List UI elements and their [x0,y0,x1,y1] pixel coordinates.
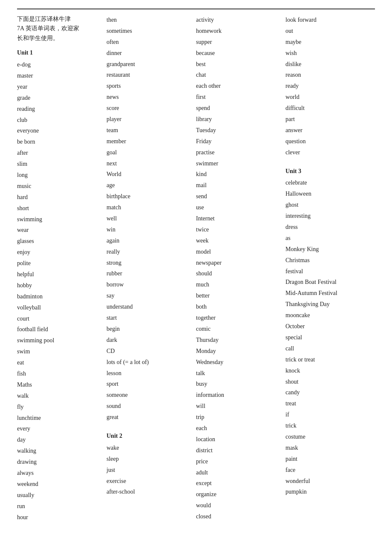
list-item: drawing [17,457,102,468]
list-item: grandparent [107,59,192,70]
list-item: dinner [107,48,192,59]
list-item: news [107,92,192,103]
list-item: lots of (= a lot of) [107,357,192,368]
list-item: candy [285,387,371,398]
list-item: hobby [17,280,102,291]
list-item: sleep [107,454,192,465]
col4-words-after: celebrateHalloweenghostinterestingdressa… [285,177,371,497]
list-item: Wednesday [196,357,281,368]
list-item: part [285,114,371,125]
list-item: well [107,213,192,224]
list-item: borrow [107,279,192,290]
list-item: together [196,312,281,324]
list-item: Monday [196,346,281,357]
list-item: Monkey King [285,244,371,255]
list-item: adult [196,467,281,478]
list-item: walking [17,445,102,457]
list-item: CD [107,346,192,357]
list-item: price [196,456,281,467]
list-item: player [107,114,192,125]
list-item: should [196,268,281,279]
unit3-header: Unit 3 [285,166,371,177]
list-item: reading [17,104,102,115]
list-item: exercise [107,476,192,487]
list-item: really [107,246,192,257]
list-item: model [196,246,281,257]
list-item: be born [17,136,102,147]
list-item: newspaper [196,257,281,269]
list-item: ghost [285,199,371,211]
list-item: score [107,103,192,114]
list-item: rubber [107,268,192,279]
list-item: master [17,70,102,81]
list-item: ready [285,81,371,92]
list-item: then [107,14,192,26]
list-item: Halloween [285,188,371,199]
list-item: match [107,202,192,213]
list-item: Thursday [196,335,281,346]
list-item: understand [107,301,192,312]
list-item: question [285,136,371,147]
column-3: activityhomeworksupperbecausebestchateac… [196,14,285,523]
list-item: face [285,465,371,476]
list-item: sound [107,401,192,412]
list-item: comic [196,324,281,335]
list-item: slim [17,159,102,170]
list-item: celebrate [285,177,371,188]
list-item: district [196,445,281,456]
list-item: homework [196,26,281,37]
list-item: out [285,26,371,37]
list-item: music [17,181,102,192]
list-item: library [196,114,281,125]
list-item: football field [17,324,102,335]
list-item: trick [285,420,371,431]
list-item: pumpkin [285,486,371,497]
list-item: sports [107,81,192,92]
list-item: just [107,465,192,476]
col4-words-before: look forwardoutmaybewishdislikereasonrea… [285,14,371,158]
list-item: both [196,301,281,312]
list-item: dislike [285,59,371,70]
list-item: eat [17,357,102,368]
list-item: answer [285,125,371,136]
list-item: wonderful [285,476,371,487]
list-item: World [107,169,192,180]
list-item: organize [196,489,281,500]
list-item: reason [285,69,371,81]
list-item: say [107,290,192,301]
list-item: Dragon Boat Festival [285,277,371,288]
list-item: closed [196,511,281,522]
list-item: trick or treat [285,354,371,365]
list-item: twice [196,224,281,235]
list-item: each [196,423,281,434]
list-item: look forward [285,14,371,26]
list-item: Tuesday [196,125,281,136]
list-item: supper [196,37,281,48]
list-item: information [196,390,281,401]
intro-text: 下面是江苏译林牛津 7A 英语单词表，欢迎家 长和学生使用。 [17,14,102,43]
list-item: dress [285,222,371,233]
list-item: strong [107,257,192,269]
list-item: someone [107,390,192,401]
list-item: world [285,92,371,103]
list-item: fish [17,368,102,379]
list-item: clever [285,147,371,158]
list-item: long [17,170,102,181]
list-item: call [285,343,371,354]
list-item: chat [196,69,281,81]
list-item: October [285,321,371,332]
list-item: maybe [285,37,371,48]
list-item: every [17,423,102,434]
list-item: walk [17,390,102,402]
list-item: glasses [17,236,102,247]
list-item: badminton [17,291,102,302]
list-item: club [17,115,102,126]
list-item: Internet [196,213,281,224]
list-item: always [17,468,102,479]
list-item: first [196,92,281,103]
col2-words-before: thensometimesoftendinnergrandparentresta… [107,14,192,423]
list-item: location [196,434,281,445]
unit1-header: Unit 1 [17,47,102,58]
intro-line2: 7A 英语单词表，欢迎家 [17,24,102,33]
list-item: wake [107,442,192,454]
